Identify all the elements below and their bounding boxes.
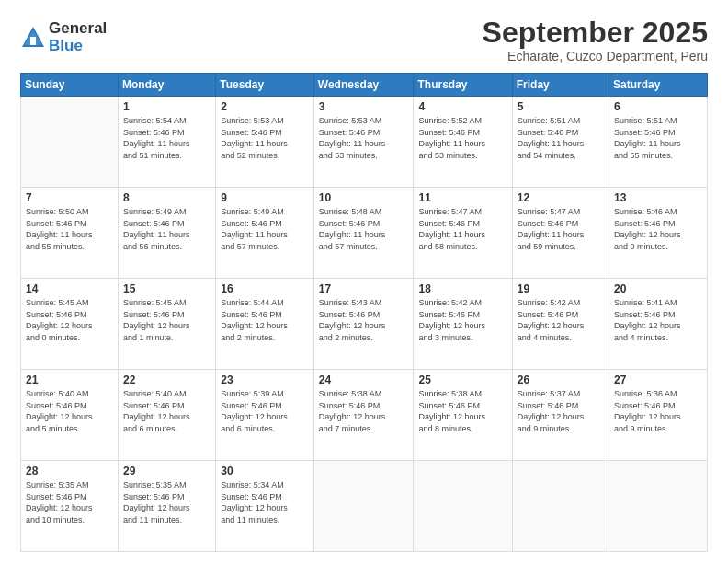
calendar-cell: 17Sunrise: 5:43 AM Sunset: 5:46 PM Dayli… bbox=[313, 279, 414, 370]
day-info: Sunrise: 5:35 AM Sunset: 5:46 PM Dayligh… bbox=[26, 479, 113, 525]
calendar-cell: 2Sunrise: 5:53 AM Sunset: 5:46 PM Daylig… bbox=[216, 97, 314, 188]
logo-text: General Blue bbox=[49, 20, 107, 54]
day-number: 8 bbox=[123, 191, 210, 204]
calendar-cell: 12Sunrise: 5:47 AM Sunset: 5:46 PM Dayli… bbox=[512, 188, 609, 279]
calendar-cell: 9Sunrise: 5:49 AM Sunset: 5:46 PM Daylig… bbox=[216, 188, 314, 279]
calendar-cell: 5Sunrise: 5:51 AM Sunset: 5:46 PM Daylig… bbox=[512, 97, 609, 188]
calendar-cell: 23Sunrise: 5:39 AM Sunset: 5:46 PM Dayli… bbox=[216, 370, 314, 461]
calendar-cell: 13Sunrise: 5:46 AM Sunset: 5:46 PM Dayli… bbox=[609, 188, 708, 279]
calendar-cell: 19Sunrise: 5:42 AM Sunset: 5:46 PM Dayli… bbox=[512, 279, 609, 370]
day-number: 12 bbox=[518, 191, 604, 204]
day-number: 16 bbox=[221, 282, 309, 295]
day-info: Sunrise: 5:40 AM Sunset: 5:46 PM Dayligh… bbox=[123, 388, 210, 434]
day-number: 21 bbox=[26, 373, 113, 386]
day-info: Sunrise: 5:47 AM Sunset: 5:46 PM Dayligh… bbox=[418, 206, 506, 252]
week-row-4: 28Sunrise: 5:35 AM Sunset: 5:46 PM Dayli… bbox=[21, 461, 708, 552]
calendar-cell: 28Sunrise: 5:35 AM Sunset: 5:46 PM Dayli… bbox=[21, 461, 119, 552]
day-info: Sunrise: 5:40 AM Sunset: 5:46 PM Dayligh… bbox=[26, 388, 113, 434]
day-info: Sunrise: 5:42 AM Sunset: 5:46 PM Dayligh… bbox=[418, 297, 506, 343]
day-info: Sunrise: 5:54 AM Sunset: 5:46 PM Dayligh… bbox=[123, 115, 210, 161]
day-number: 27 bbox=[614, 373, 702, 386]
title-block: September 2025 Echarate, Cuzco Departmen… bbox=[483, 17, 708, 63]
day-number: 3 bbox=[319, 100, 409, 113]
week-row-3: 21Sunrise: 5:40 AM Sunset: 5:46 PM Dayli… bbox=[21, 370, 708, 461]
day-info: Sunrise: 5:36 AM Sunset: 5:46 PM Dayligh… bbox=[614, 388, 702, 434]
week-row-1: 7Sunrise: 5:50 AM Sunset: 5:46 PM Daylig… bbox=[21, 188, 708, 279]
header: General Blue September 2025 Echarate, Cu… bbox=[20, 17, 708, 63]
day-number: 7 bbox=[26, 191, 113, 204]
calendar-cell: 14Sunrise: 5:45 AM Sunset: 5:46 PM Dayli… bbox=[21, 279, 119, 370]
logo-general: General bbox=[49, 20, 107, 38]
day-info: Sunrise: 5:51 AM Sunset: 5:46 PM Dayligh… bbox=[518, 115, 604, 161]
calendar-cell: 25Sunrise: 5:38 AM Sunset: 5:46 PM Dayli… bbox=[414, 370, 512, 461]
calendar-cell: 15Sunrise: 5:45 AM Sunset: 5:46 PM Dayli… bbox=[119, 279, 216, 370]
day-info: Sunrise: 5:34 AM Sunset: 5:46 PM Dayligh… bbox=[221, 479, 309, 525]
calendar-cell: 1Sunrise: 5:54 AM Sunset: 5:46 PM Daylig… bbox=[119, 97, 216, 188]
day-number: 22 bbox=[123, 373, 210, 386]
day-number: 20 bbox=[614, 282, 702, 295]
day-info: Sunrise: 5:41 AM Sunset: 5:46 PM Dayligh… bbox=[614, 297, 702, 343]
calendar-cell: 8Sunrise: 5:49 AM Sunset: 5:46 PM Daylig… bbox=[119, 188, 216, 279]
calendar-cell: 6Sunrise: 5:51 AM Sunset: 5:46 PM Daylig… bbox=[609, 97, 708, 188]
day-number: 19 bbox=[518, 282, 604, 295]
week-row-2: 14Sunrise: 5:45 AM Sunset: 5:46 PM Dayli… bbox=[21, 279, 708, 370]
day-header-thursday: Thursday bbox=[414, 74, 512, 97]
calendar-header: SundayMondayTuesdayWednesdayThursdayFrid… bbox=[21, 74, 708, 97]
day-info: Sunrise: 5:50 AM Sunset: 5:46 PM Dayligh… bbox=[26, 206, 113, 252]
day-info: Sunrise: 5:49 AM Sunset: 5:46 PM Dayligh… bbox=[123, 206, 210, 252]
day-info: Sunrise: 5:51 AM Sunset: 5:46 PM Dayligh… bbox=[614, 115, 702, 161]
day-header-friday: Friday bbox=[512, 74, 609, 97]
day-info: Sunrise: 5:49 AM Sunset: 5:46 PM Dayligh… bbox=[221, 206, 309, 252]
day-info: Sunrise: 5:45 AM Sunset: 5:46 PM Dayligh… bbox=[26, 297, 113, 343]
calendar-cell bbox=[609, 461, 708, 552]
day-info: Sunrise: 5:45 AM Sunset: 5:46 PM Dayligh… bbox=[123, 297, 210, 343]
day-info: Sunrise: 5:46 AM Sunset: 5:46 PM Dayligh… bbox=[614, 206, 702, 252]
day-info: Sunrise: 5:53 AM Sunset: 5:46 PM Dayligh… bbox=[221, 115, 309, 161]
day-info: Sunrise: 5:47 AM Sunset: 5:46 PM Dayligh… bbox=[518, 206, 604, 252]
day-info: Sunrise: 5:53 AM Sunset: 5:46 PM Dayligh… bbox=[319, 115, 409, 161]
calendar-cell bbox=[414, 461, 512, 552]
calendar-cell bbox=[21, 97, 119, 188]
day-header-saturday: Saturday bbox=[609, 74, 708, 97]
day-header-tuesday: Tuesday bbox=[216, 74, 314, 97]
day-header-wednesday: Wednesday bbox=[313, 74, 414, 97]
day-info: Sunrise: 5:48 AM Sunset: 5:46 PM Dayligh… bbox=[319, 206, 409, 252]
day-number: 26 bbox=[518, 373, 604, 386]
calendar-cell: 30Sunrise: 5:34 AM Sunset: 5:46 PM Dayli… bbox=[216, 461, 314, 552]
day-number: 11 bbox=[418, 191, 506, 204]
day-number: 2 bbox=[221, 100, 309, 113]
page: General Blue September 2025 Echarate, Cu… bbox=[0, 0, 728, 563]
calendar-cell: 27Sunrise: 5:36 AM Sunset: 5:46 PM Dayli… bbox=[609, 370, 708, 461]
calendar-cell bbox=[512, 461, 609, 552]
day-number: 24 bbox=[319, 373, 409, 386]
day-number: 29 bbox=[123, 465, 210, 477]
day-number: 30 bbox=[221, 465, 309, 477]
calendar-body: 1Sunrise: 5:54 AM Sunset: 5:46 PM Daylig… bbox=[21, 97, 708, 552]
day-info: Sunrise: 5:38 AM Sunset: 5:46 PM Dayligh… bbox=[418, 388, 506, 434]
day-info: Sunrise: 5:38 AM Sunset: 5:46 PM Dayligh… bbox=[319, 388, 409, 434]
calendar-cell: 20Sunrise: 5:41 AM Sunset: 5:46 PM Dayli… bbox=[609, 279, 708, 370]
day-info: Sunrise: 5:44 AM Sunset: 5:46 PM Dayligh… bbox=[221, 297, 309, 343]
calendar-cell: 3Sunrise: 5:53 AM Sunset: 5:46 PM Daylig… bbox=[313, 97, 414, 188]
calendar-cell: 18Sunrise: 5:42 AM Sunset: 5:46 PM Dayli… bbox=[414, 279, 512, 370]
header-row: SundayMondayTuesdayWednesdayThursdayFrid… bbox=[21, 74, 708, 97]
day-info: Sunrise: 5:52 AM Sunset: 5:46 PM Dayligh… bbox=[418, 115, 506, 161]
day-header-sunday: Sunday bbox=[21, 74, 119, 97]
calendar-cell: 22Sunrise: 5:40 AM Sunset: 5:46 PM Dayli… bbox=[119, 370, 216, 461]
day-number: 25 bbox=[418, 373, 506, 386]
day-number: 9 bbox=[221, 191, 309, 204]
day-info: Sunrise: 5:42 AM Sunset: 5:46 PM Dayligh… bbox=[518, 297, 604, 343]
month-title: September 2025 bbox=[483, 17, 708, 49]
calendar-cell: 24Sunrise: 5:38 AM Sunset: 5:46 PM Dayli… bbox=[313, 370, 414, 461]
day-number: 6 bbox=[614, 100, 702, 113]
day-info: Sunrise: 5:37 AM Sunset: 5:46 PM Dayligh… bbox=[518, 388, 604, 434]
day-info: Sunrise: 5:39 AM Sunset: 5:46 PM Dayligh… bbox=[221, 388, 309, 434]
day-number: 28 bbox=[26, 465, 113, 477]
day-info: Sunrise: 5:43 AM Sunset: 5:46 PM Dayligh… bbox=[319, 297, 409, 343]
day-number: 5 bbox=[518, 100, 604, 113]
calendar-cell: 29Sunrise: 5:35 AM Sunset: 5:46 PM Dayli… bbox=[119, 461, 216, 552]
day-number: 10 bbox=[319, 191, 409, 204]
calendar-cell: 21Sunrise: 5:40 AM Sunset: 5:46 PM Dayli… bbox=[21, 370, 119, 461]
day-number: 1 bbox=[123, 100, 210, 113]
day-number: 14 bbox=[26, 282, 113, 295]
